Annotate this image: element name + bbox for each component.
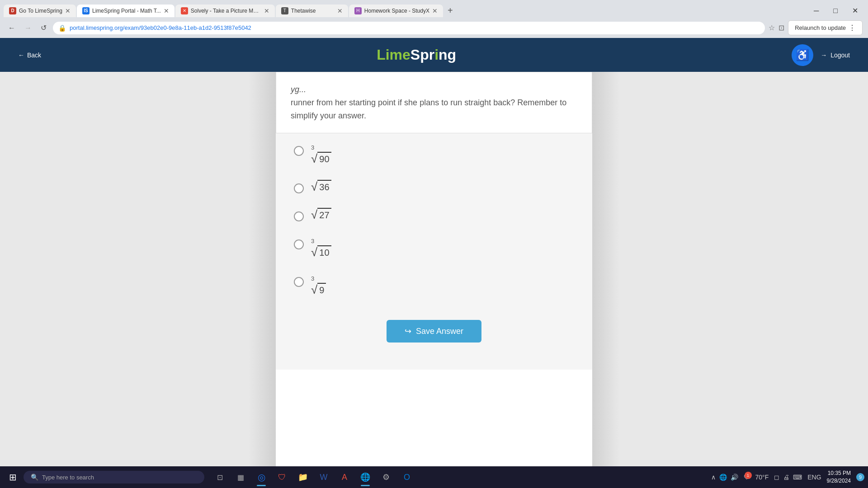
answer-option-5: 3 √ 9 — [294, 273, 574, 296]
side-left-decoration — [122, 72, 276, 488]
radical-container-5: √ 9 — [311, 283, 326, 296]
address-bar: ← → ↺ 🔒 portal.limespring.org/exam/93eb0… — [0, 18, 868, 38]
time-display: 10:35 PM — [827, 469, 851, 477]
logout-icon: → — [821, 52, 827, 59]
taskview-icon: ⊡ — [217, 473, 223, 482]
new-tab-button[interactable]: + — [444, 4, 457, 18]
answer-text-1: 3 √ 90 — [311, 142, 331, 165]
tab-limespring-portal[interactable]: IS LimeSpring Portal - Math T... ✕ — [77, 5, 175, 17]
acrobat-icon: A — [342, 473, 347, 482]
speaker-icon[interactable]: 🔊 — [731, 474, 738, 481]
taskbar-chrome[interactable]: 🌐 — [355, 467, 375, 487]
tab-go-to-limespring[interactable]: D Go To LimeSpring ✕ — [4, 5, 76, 17]
side-right-decoration — [592, 72, 746, 488]
relaunch-button[interactable]: Relaunch to update ⋮ — [788, 20, 863, 35]
widgets-icon: ▦ — [237, 473, 244, 482]
paper-fold-left — [249, 72, 276, 488]
notification-chat-badge[interactable]: 9 — [856, 473, 864, 481]
content-wrapper: yg... runner from her starting point if … — [276, 72, 592, 488]
back-arrow-icon: ← — [18, 52, 24, 59]
date-display: 9/28/2024 — [827, 477, 851, 485]
question-box: yg... runner from her starting point if … — [276, 72, 592, 133]
taskbar-widgets[interactable]: ▦ — [231, 467, 250, 487]
tab-thetawise[interactable]: T Thetawise ✕ — [276, 5, 348, 17]
answer-text-3: √ 27 — [311, 208, 331, 221]
antivirus-notification[interactable]: 🛡1 — [744, 474, 750, 481]
taskbar-acrobat[interactable]: A — [335, 467, 354, 487]
tab-homework-space[interactable]: H Homework Space - StudyX ✕ — [349, 5, 443, 17]
save-icon: ↪ — [405, 326, 411, 336]
tab-solvely[interactable]: ✕ Solvely - Take a Picture Mat... ✕ — [175, 5, 275, 17]
tab-close-icon[interactable]: ✕ — [164, 7, 169, 14]
maximize-button[interactable]: □ — [827, 5, 844, 17]
answer-option-2: √ 36 — [294, 180, 574, 193]
taskbar-settings[interactable]: ⚙ — [376, 467, 396, 487]
limespring-logo: LimeSpring — [377, 47, 456, 63]
logo-ng-text: ng — [439, 47, 456, 63]
taskbar-edge[interactable]: ◎ — [251, 467, 271, 487]
radio-button-2[interactable] — [294, 183, 304, 193]
taskbar: ⊞ 🔍 Type here to search ⊡ ▦ ◎ 🛡 📁 W A 🌐 — [0, 466, 868, 488]
sqrt-content-2: 36 — [317, 180, 331, 193]
sqrt-content-4: 10 — [317, 245, 331, 259]
taskbar-taskview[interactable]: ⊡ — [210, 467, 230, 487]
question-text-partial: yg... runner from her starting point if … — [291, 83, 577, 122]
back-button[interactable]: ← Back — [18, 52, 41, 59]
answer-prefix-5: 3 — [311, 275, 314, 282]
logout-label: Logout — [830, 52, 850, 59]
paper-fold-right — [592, 72, 619, 488]
logout-button[interactable]: → Logout — [821, 52, 850, 59]
app-header: ← Back LimeSpring ♿ → Logout — [0, 38, 868, 72]
forward-navigation-button[interactable]: → — [22, 22, 34, 34]
tab-close-icon[interactable]: ✕ — [264, 7, 269, 14]
answer-option-1: 3 √ 90 — [294, 142, 574, 165]
sqrt-symbol-5: √ — [311, 284, 317, 296]
taskbar-files[interactable]: 📁 — [293, 467, 313, 487]
radio-button-5[interactable] — [294, 277, 304, 287]
chevron-up-icon[interactable]: ∧ — [711, 474, 716, 481]
answer-prefix-1: 3 — [311, 144, 314, 151]
taskbar-word[interactable]: W — [314, 467, 334, 487]
accessibility-button[interactable]: ♿ — [792, 44, 813, 66]
radio-button-4[interactable] — [294, 239, 304, 249]
word-icon: W — [320, 473, 328, 482]
tab-close-icon[interactable]: ✕ — [337, 7, 343, 14]
close-button[interactable]: ✕ — [846, 5, 864, 17]
chrome-icon: 🌐 — [360, 472, 370, 482]
sqrt-content-1: 90 — [317, 152, 331, 165]
start-button[interactable]: ⊞ — [4, 468, 22, 486]
search-placeholder-text: Type here to search — [42, 474, 94, 481]
back-label: Back — [27, 52, 41, 59]
tray-icon-1[interactable]: ◻ — [774, 474, 779, 481]
tray-icon-2[interactable]: 🖨 — [783, 474, 789, 481]
save-label: Save Answer — [416, 327, 463, 336]
radical-container-1: √ 90 — [311, 152, 331, 165]
main-content: yg... runner from her starting point if … — [0, 72, 868, 488]
tab-close-icon[interactable]: ✕ — [65, 7, 71, 14]
minimize-button[interactable]: ─ — [807, 5, 825, 17]
save-answer-button[interactable]: ↪ Save Answer — [387, 320, 481, 343]
back-navigation-button[interactable]: ← — [5, 22, 18, 34]
taskbar-outlook[interactable]: O — [397, 467, 417, 487]
radio-button-3[interactable] — [294, 211, 304, 221]
answer-text-5: 3 √ 9 — [311, 273, 326, 296]
window-controls: ─ □ ✕ — [807, 5, 864, 17]
taskbar-apps: ⊡ ▦ ◎ 🛡 📁 W A 🌐 ⚙ O — [210, 467, 417, 487]
reload-button[interactable]: ↺ — [38, 22, 49, 34]
address-input[interactable]: 🔒 portal.limespring.org/exam/93eb02e0-9e… — [53, 22, 765, 34]
radio-button-1[interactable] — [294, 146, 304, 156]
network-icon[interactable]: 🌐 — [719, 474, 727, 481]
logo-spring-text: Spr — [410, 47, 434, 63]
tray-icon-3[interactable]: ⌨ — [793, 474, 802, 481]
taskbar-search-box[interactable]: 🔍 Type here to search — [24, 471, 204, 483]
address-bar-icons: ☆ ⊡ — [769, 23, 784, 32]
radical-container-3: √ 27 — [311, 208, 331, 221]
sqrt-symbol-1: √ — [311, 153, 317, 164]
answer-text-4: 3 √ 10 — [311, 236, 331, 259]
taskbar-right: ∧ 🌐 🔊 🛡1 70°F ◻ 🖨 ⌨ ENG 10:35 PM 9/28/20… — [711, 469, 864, 485]
tab-close-icon[interactable]: ✕ — [432, 7, 438, 14]
answer-text-2: √ 36 — [311, 180, 331, 193]
radical-container-2: √ 36 — [311, 180, 331, 193]
notification-count: 1 — [745, 472, 752, 479]
taskbar-malware[interactable]: 🛡 — [272, 467, 292, 487]
